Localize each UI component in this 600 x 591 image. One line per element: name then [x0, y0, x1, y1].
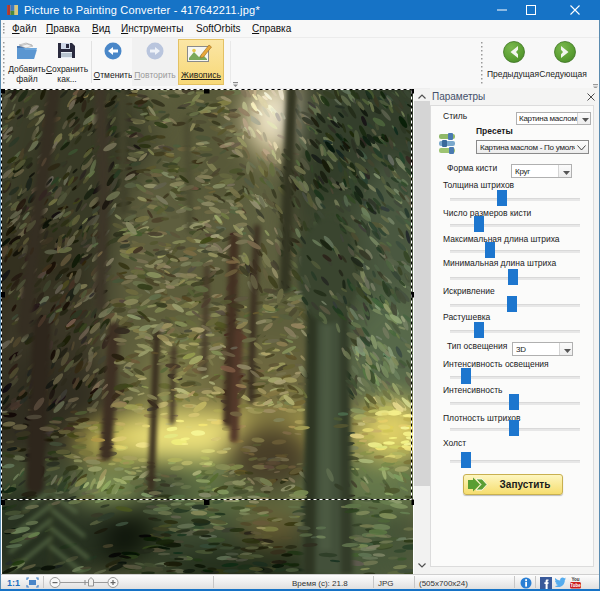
svg-text:Tube: Tube: [570, 583, 581, 588]
svg-text:You: You: [571, 577, 579, 582]
